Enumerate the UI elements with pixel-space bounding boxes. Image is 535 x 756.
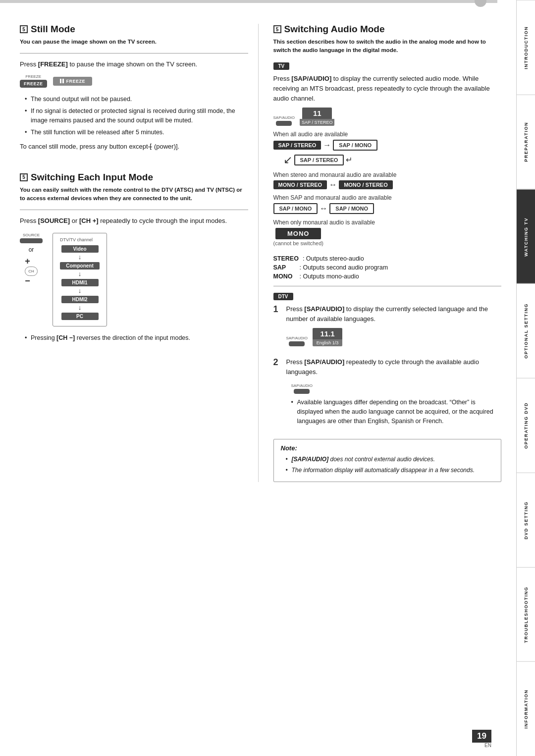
channel-11-bottom: SAP / STEREO xyxy=(300,119,334,126)
when-all-text: When all audio are available xyxy=(273,131,502,138)
channel-11-1-bottom: English 1/3 xyxy=(313,339,342,346)
sap-button-1[interactable] xyxy=(276,121,292,126)
when-stereo-mono-text: When stereo and monaural audio are avail… xyxy=(273,171,502,178)
ch-plus-symbol: + xyxy=(25,256,38,267)
switching-audio-subtitle: This section describes how to switch the… xyxy=(273,38,502,55)
audio-row-1: SAP / STEREO → SAP / MONO xyxy=(273,140,502,151)
still-mode-title: 5 Still Mode xyxy=(20,24,248,35)
loop-arrow: ↵ xyxy=(346,155,352,164)
ch-button[interactable]: CH xyxy=(25,267,38,276)
sidebar-item-information: INFORMATION xyxy=(517,661,535,756)
sap-btn-2: SAP/AUDIO xyxy=(286,336,308,346)
freeze-button-wide[interactable]: FREEZE xyxy=(53,77,93,86)
audio-label-stereo: STEREO : Outputs stereo-audio xyxy=(273,255,502,262)
step-1-num: 1 xyxy=(273,304,282,351)
freeze-button-1[interactable]: FREEZE xyxy=(20,80,47,88)
audio-labels: STEREO : Outputs stereo-audio SAP : Outp… xyxy=(273,255,502,280)
input-diagram: SOURCE or + CH − xyxy=(20,233,248,326)
audio-label-mono: MONO : Outputs mono-audio xyxy=(273,273,502,280)
source-button[interactable] xyxy=(20,238,43,243)
freeze-label-1: FREEZE xyxy=(25,74,41,79)
audio-label-sap: SAP : Outputs second audio program xyxy=(273,264,502,271)
dtv-arrow-2: ↓ xyxy=(78,270,82,277)
loop-left-arrow: ↙ xyxy=(283,154,292,166)
dtv-badge: DTV xyxy=(273,293,293,300)
arrow-lr-1: ↔ xyxy=(329,180,337,189)
freeze-btn-container-2: FREEZE xyxy=(53,77,93,86)
two-column-layout: 5 Still Mode You can pause the image sho… xyxy=(20,24,501,482)
switching-audio-title-text: Switching Audio Mode xyxy=(284,24,385,35)
still-bullet-2: If no signal is detected or protected si… xyxy=(25,107,248,125)
dtv-chip-pc: PC xyxy=(61,313,99,320)
sap-display-row-2: SAP/AUDIO 11.1 English 1/3 xyxy=(286,328,502,346)
dtv-channel-video: Video ↓ xyxy=(60,245,100,261)
step-1: 1 Press [SAP/AUDIO] to display the curre… xyxy=(273,304,502,351)
step-1-content: Press [SAP/AUDIO] to display the current… xyxy=(286,304,502,351)
mono-stereo-chip-2: MONO / STEREO xyxy=(339,180,393,189)
switching-input-divider xyxy=(20,210,248,210)
step-2: 2 Press [SAP/AUDIO] repeatedly to cycle … xyxy=(273,357,502,431)
avail-bullet-1: Available languages differ depending on … xyxy=(291,398,502,426)
tv-dtv-divider xyxy=(273,286,502,286)
sidebar-item-dvd-setting: DVD SETTING xyxy=(517,473,535,567)
source-btn-container: SOURCE or + CH − xyxy=(20,233,43,286)
sidebar-item-watching: WATCHING TV xyxy=(517,189,535,284)
switching-input-title: 5 Switching Each Input Mode xyxy=(20,172,248,183)
audio-row-sap-mono: SAP / MONO ↔ SAP / MONO xyxy=(273,203,502,214)
note-item-2: The information display will automatical… xyxy=(286,466,494,475)
still-mode-bullets: The sound output will not be paused. If … xyxy=(20,95,248,137)
sap-btn-label-3: SAP/AUDIO xyxy=(291,383,313,388)
sap-stereo-chip-1: SAP / STEREO xyxy=(273,141,321,150)
mono-only-box: MONO (cannot be switched) xyxy=(273,228,324,250)
dtv-channel-component: Component ↓ xyxy=(60,262,100,278)
switching-input-title-text: Switching Each Input Mode xyxy=(31,172,153,183)
sidebar-item-operating: OPERATING DVD xyxy=(517,378,535,473)
note-box: Note: [SAP/AUDIO] does not control exter… xyxy=(273,439,502,482)
stereo-val: : Outputs stereo-audio xyxy=(303,255,364,262)
freeze-btn-container-1: FREEZE FREEZE xyxy=(20,74,47,88)
sap-btn-1: SAP/AUDIO xyxy=(273,115,295,126)
when-sap-mono-text: When SAP and monaural audio are availabl… xyxy=(273,194,502,201)
still-mode-section: 5 Still Mode You can pause the image sho… xyxy=(20,24,248,152)
sidebar-item-troubleshooting: TROUBLESHOOTING xyxy=(517,567,535,662)
step-2-num: 2 xyxy=(273,357,282,431)
sap-btn-3: SAP/AUDIO xyxy=(291,383,313,394)
switching-input-body: Press [SOURCE] or [CH +] repeatedly to c… xyxy=(20,216,248,226)
sap-audio-note-bold: [SAP/AUDIO] xyxy=(292,456,329,463)
mono-key: MONO xyxy=(273,273,296,280)
stereo-key: STEREO xyxy=(273,255,299,262)
sap-mono-chip-b: SAP / MONO xyxy=(329,203,374,214)
dtv-chip-component: Component xyxy=(60,262,100,270)
left-column: 5 Still Mode You can pause the image sho… xyxy=(20,24,259,482)
switching-input-subtitle: You can easily switch with the remote co… xyxy=(20,186,248,203)
arrow-to-mono: → xyxy=(323,141,331,150)
mono-stereo-chip-1: MONO / STEREO xyxy=(273,180,327,189)
sap-val: : Outputs second audio program xyxy=(300,264,388,271)
sap-audio-bold-2: [SAP/AUDIO] xyxy=(304,305,344,313)
audio-diagram-mono-only: When only monaural audio is available MO… xyxy=(273,219,502,250)
sap-audio-bold-3: [SAP/AUDIO] xyxy=(304,358,344,366)
sap-key: SAP xyxy=(273,264,296,271)
sap-button-3[interactable] xyxy=(294,389,310,394)
cannot-text: (cannot be switched) xyxy=(273,240,324,246)
pause-bar-2 xyxy=(62,79,64,83)
note-title: Note: xyxy=(281,444,494,452)
dtv-arrow-3: ↓ xyxy=(78,287,82,294)
page-container: 5 Still Mode You can pause the image sho… xyxy=(0,0,535,756)
ch-minus-bullet: Pressing [CH −] reverses the direction o… xyxy=(20,333,248,343)
switching-audio-section: 5 Switching Audio Mode This section desc… xyxy=(273,24,502,482)
audio-row-stereo-mono: MONO / STEREO ↔ MONO / STEREO xyxy=(273,180,502,189)
page-number: 19 xyxy=(472,730,491,743)
tv-badge: TV xyxy=(273,62,290,70)
pause-bar-1 xyxy=(60,79,61,83)
page-lang: EN xyxy=(484,743,491,748)
when-mono-only-text: When only monaural audio is available xyxy=(273,219,502,226)
arrow-lr-2: ↔ xyxy=(320,204,327,213)
switching-input-checkbox-icon: 5 xyxy=(20,173,28,181)
dtv-channel-hdmi2: HDMI2 ↓ xyxy=(60,296,100,312)
sap-button-2[interactable] xyxy=(289,341,305,346)
ch-minus-bold: [CH −] xyxy=(56,334,75,341)
note-item-1: [SAP/AUDIO] does not control external au… xyxy=(286,455,494,464)
sap-btn-label-1: SAP/AUDIO xyxy=(273,115,295,120)
switching-audio-checkbox-icon: 5 xyxy=(273,25,281,33)
